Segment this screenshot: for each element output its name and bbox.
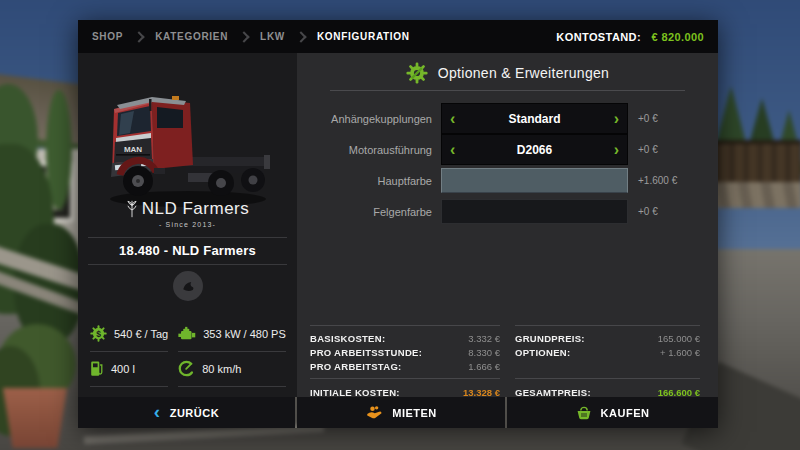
divider <box>330 90 685 91</box>
option-row-motorausfuehrung: Motorausführung ‹ D2066 › +0 € <box>297 134 718 165</box>
option-label: Felgenfarbe <box>297 206 441 218</box>
rent-hand-icon <box>365 405 383 420</box>
running-costs: BASISKOSTEN: 3.332 € PRO ARBEITSSTUNDE: … <box>310 325 500 400</box>
wheat-icon <box>126 199 138 219</box>
manufacturer-badge <box>173 271 203 301</box>
back-button[interactable]: ‹ ZURÜCK <box>78 397 295 428</box>
divider <box>515 378 700 379</box>
rent-button-label: MIETEN <box>392 407 437 419</box>
vehicle-title: 18.480 - NLD Farmers <box>78 243 297 258</box>
cost-label: BASISKOSTEN: <box>310 332 385 346</box>
breadcrumb: SHOP KATEGORIEN LKW KONFIGURATION <box>92 31 410 42</box>
breadcrumb-lkw[interactable]: LKW <box>260 31 285 42</box>
trailer-hitch-selector[interactable]: ‹ Standard › <box>441 103 628 134</box>
truck-grille-badge: MAN <box>123 145 141 154</box>
fuel-capacity-icon <box>90 360 104 377</box>
cost-value: 8.330 € <box>468 346 500 360</box>
option-label: Anhängekupplungen <box>297 113 441 125</box>
topbar: SHOP KATEGORIEN LKW KONFIGURATION KONTOS… <box>78 20 718 53</box>
stat-fuel-capacity: 400 l <box>90 352 168 387</box>
cost-row: GRUNDPREIS: 165.000 € <box>515 332 700 346</box>
buy-button-label: KAUFEN <box>601 407 650 419</box>
divider <box>310 378 500 379</box>
option-price: +1.600 € <box>638 175 677 186</box>
config-header: Optionen & Erweiterungen <box>297 62 718 84</box>
selector-next-icon[interactable]: › <box>606 111 627 127</box>
divider <box>88 237 287 238</box>
action-bar: ‹ ZURÜCK MIETEN KAUFEN <box>78 397 718 428</box>
cost-label: GRUNDPREIS: <box>515 332 585 346</box>
option-price: +0 € <box>638 113 658 124</box>
main-color-swatch[interactable] <box>441 168 628 193</box>
option-row-anhaengekupplungen: Anhängekupplungen ‹ Standard › +0 € <box>297 103 718 134</box>
cost-value: 1.666 € <box>468 360 500 374</box>
rim-color-swatch[interactable] <box>441 199 628 224</box>
account-balance: KONTOSTAND: € 820.000 <box>556 31 704 43</box>
cost-value: 3.332 € <box>468 332 500 346</box>
max-speed-icon <box>178 360 195 377</box>
gear-wrench-icon <box>406 62 428 84</box>
manufacturer-lion-icon <box>180 278 196 294</box>
stat-value: 80 km/h <box>202 363 241 375</box>
stat-engine-power: 353 kW / 480 PS <box>178 317 286 352</box>
breadcrumb-konfiguration: KONFIGURATION <box>317 31 410 42</box>
option-label: Motorausführung <box>297 144 441 156</box>
vehicle-preview-image: MAN <box>90 69 286 219</box>
selector-value: D2066 <box>463 143 605 157</box>
cost-row: BASISKOSTEN: 3.332 € <box>310 332 500 346</box>
cost-label: OPTIONEN: <box>515 346 570 360</box>
purchase-costs: GRUNDPREIS: 165.000 € OPTIONEN: + 1.600 … <box>515 325 700 400</box>
breadcrumb-separator-icon <box>238 31 249 42</box>
cost-label: PRO ARBEITSSTUNDE: <box>310 346 422 360</box>
option-row-felgenfarbe: Felgenfarbe +0 € <box>297 196 718 227</box>
selector-next-icon[interactable]: › <box>606 142 627 158</box>
cost-row: OPTIONEN: + 1.600 € <box>515 346 700 360</box>
breadcrumb-kategorien[interactable]: KATEGORIEN <box>155 31 228 42</box>
brand-logo-text: NLD Farmers <box>142 199 250 219</box>
divider <box>88 264 287 265</box>
brand-logo-subtext: - Since 2013- <box>78 221 297 228</box>
cost-value: + 1.600 € <box>660 346 700 360</box>
mod-brand-logo: NLD Farmers - Since 2013- <box>78 199 297 228</box>
options-list: Anhängekupplungen ‹ Standard › +0 € Moto… <box>297 103 718 227</box>
price-per-day-icon: $ <box>90 325 107 342</box>
balance-label: KONTOSTAND: <box>556 31 641 43</box>
cost-label: PRO ARBEITSTAG: <box>310 360 402 374</box>
config-title: Optionen & Erweiterungen <box>438 65 609 81</box>
balance-value: € 820.000 <box>651 31 704 43</box>
wooden-bridge <box>706 144 800 184</box>
cost-row: PRO ARBEITSSTUNDE: 8.330 € <box>310 346 500 360</box>
shop-config-window: SHOP KATEGORIEN LKW KONFIGURATION KONTOS… <box>78 20 718 428</box>
back-button-label: ZURÜCK <box>170 407 219 419</box>
selector-prev-icon[interactable]: ‹ <box>442 111 463 127</box>
stat-value: 540 € / Tag <box>114 328 168 340</box>
breadcrumb-separator-icon <box>295 31 306 42</box>
stat-value: 353 kW / 480 PS <box>203 328 286 340</box>
breadcrumb-shop[interactable]: SHOP <box>92 31 123 42</box>
cost-value: 165.000 € <box>658 332 700 346</box>
vehicle-panel: MAN <box>78 53 297 397</box>
option-row-hauptfarbe: Hauptfarbe +1.600 € <box>297 165 718 196</box>
cost-row: PRO ARBEITSTAG: 1.666 € <box>310 360 500 374</box>
stat-value: 400 l <box>111 363 135 375</box>
configuration-panel: Optionen & Erweiterungen Anhängekupplung… <box>297 53 718 397</box>
divider <box>515 325 700 326</box>
selector-prev-icon[interactable]: ‹ <box>442 142 463 158</box>
buy-basket-icon <box>576 405 592 421</box>
buy-button[interactable]: KAUFEN <box>507 397 718 428</box>
engine-power-icon <box>178 326 196 342</box>
svg-text:$: $ <box>96 329 101 339</box>
engine-version-selector[interactable]: ‹ D2066 › <box>441 134 628 165</box>
divider <box>310 325 500 326</box>
rent-button[interactable]: MIETEN <box>297 397 505 428</box>
option-price: +0 € <box>638 206 658 217</box>
option-label: Hauptfarbe <box>297 175 441 187</box>
option-price: +0 € <box>638 144 658 155</box>
game-screen: SHOP KATEGORIEN LKW KONFIGURATION KONTOS… <box>0 0 800 450</box>
vehicle-stats: $ 540 € / Tag 353 kW / 480 PS <box>90 317 285 387</box>
breadcrumb-separator-icon <box>133 31 144 42</box>
stat-price-per-day: $ 540 € / Tag <box>90 317 168 352</box>
selector-value: Standard <box>463 112 605 126</box>
stat-max-speed: 80 km/h <box>178 352 286 387</box>
